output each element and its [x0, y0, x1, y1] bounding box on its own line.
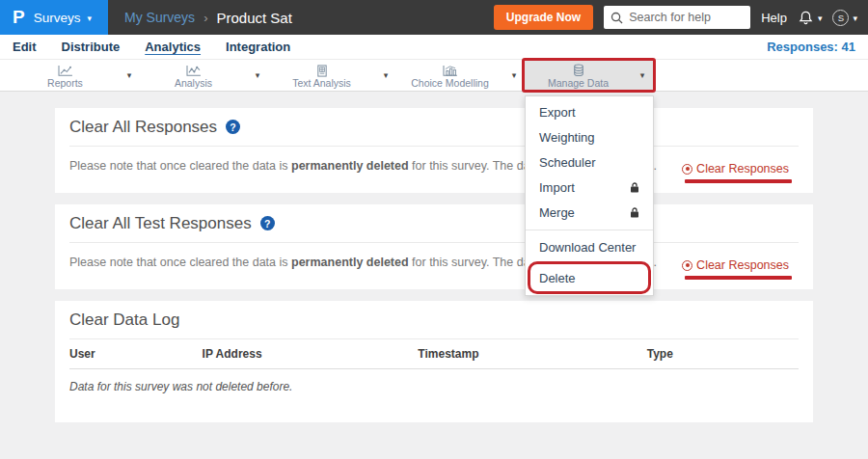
section-title: Clear All Test Responses [69, 214, 252, 233]
clear-target-icon [682, 260, 692, 271]
menu-item-label: Import [539, 180, 575, 195]
menu-item-label: Merge [539, 205, 575, 220]
database-icon [572, 64, 585, 77]
breadcrumb: My Surveys › Product Sat [124, 10, 292, 26]
survey-nav: Edit Distribute Analytics Integration Re… [0, 35, 868, 60]
tab-distribute[interactable]: Distribute [62, 40, 121, 54]
menu-item-label: Export [539, 105, 576, 120]
clear-all-test-responses-card: Clear All Test Responses ? Please note t… [55, 204, 813, 289]
account-menu[interactable]: S ▾ [832, 10, 857, 26]
main-content: Clear All Responses ? Please note that o… [0, 92, 868, 422]
section-title: Clear Data Log [69, 310, 179, 330]
bar-chart-icon [442, 65, 458, 77]
avatar: S [832, 10, 849, 26]
toolbar-label: Manage Data [548, 77, 609, 89]
toolbar-label: Reports [47, 77, 83, 89]
menu-item-label: Scheduler [539, 155, 596, 170]
upgrade-now-button[interactable]: Upgrade Now [494, 5, 593, 30]
clear-all-responses-card: Clear All Responses ? Please note that o… [55, 108, 813, 193]
manage-data-caret[interactable]: ▾ [632, 60, 653, 91]
tab-edit[interactable]: Edit [13, 40, 37, 54]
clear-responses-link[interactable]: Clear Responses [682, 162, 789, 176]
lock-icon [630, 182, 639, 193]
text-document-icon [315, 65, 329, 77]
toolbar-label: Analysis [175, 77, 212, 89]
menu-item-export[interactable]: Export [526, 99, 653, 124]
breadcrumb-current-survey: Product Sat [216, 10, 291, 26]
notifications-menu[interactable]: ▾ [798, 10, 823, 26]
data-log-table-header: User IP Address Timestamp Type [69, 339, 799, 369]
clear-target-icon [682, 164, 692, 175]
breadcrumb-my-surveys[interactable]: My Surveys [124, 10, 195, 25]
chevron-down-icon: ▾ [87, 14, 92, 23]
chevron-down-icon: ▾ [818, 14, 823, 23]
menu-item-label: Download Center [539, 240, 636, 255]
product-menu-label: Surveys [34, 11, 81, 25]
line-chart-icon [57, 65, 73, 77]
scatter-chart-icon [185, 65, 202, 77]
help-question-icon[interactable]: ? [226, 120, 240, 134]
lock-icon [630, 207, 639, 218]
toolbar-item-analysis: Analysis ▾ [140, 60, 268, 91]
data-log-empty-message: Data for this survey was not deleted bef… [69, 369, 799, 422]
column-type: Type [647, 347, 799, 361]
toolbar-label: Text Analysis [292, 77, 351, 89]
text-analysis-button[interactable]: Text Analysis [268, 60, 375, 91]
menu-item-label: Delete [539, 271, 576, 285]
clear-test-responses-underline-annotation [685, 276, 792, 280]
clear-responses-label: Clear Responses [696, 258, 789, 272]
help-search-box[interactable] [604, 6, 750, 29]
surveys-app-menu[interactable]: P Surveys ▾ [0, 0, 108, 35]
toolbar-item-manage-data: Manage Data ▾ [525, 60, 653, 91]
tab-analytics[interactable]: Analytics [145, 40, 201, 54]
toolbar-item-text-analysis: Text Analysis ▾ [268, 60, 396, 91]
menu-divider [526, 230, 653, 230]
menu-item-weighting[interactable]: Weighting [526, 124, 653, 149]
text-analysis-caret[interactable]: ▾ [375, 60, 396, 91]
tab-integration[interactable]: Integration [226, 40, 290, 54]
manage-data-button[interactable]: Manage Data [525, 60, 632, 91]
analysis-button[interactable]: Analysis [140, 60, 247, 91]
menu-item-label: Weighting [539, 130, 595, 145]
clear-test-responses-link[interactable]: Clear Responses [682, 258, 789, 272]
reports-caret[interactable]: ▾ [119, 60, 140, 91]
column-ip-address: IP Address [203, 347, 419, 361]
menu-item-scheduler[interactable]: Scheduler [526, 149, 653, 175]
search-icon [610, 12, 623, 24]
menu-item-download-center[interactable]: Download Center [526, 234, 653, 259]
responses-count: Responses: 41 [767, 40, 855, 54]
bell-icon [798, 10, 814, 26]
column-timestamp: Timestamp [418, 347, 646, 361]
menu-item-delete[interactable]: Delete [526, 265, 653, 290]
menu-item-merge[interactable]: Merge [526, 200, 653, 225]
clear-data-log-card: Clear Data Log User IP Address Timestamp… [55, 301, 813, 422]
questionpro-logo-icon: P [13, 7, 25, 28]
column-user: User [69, 347, 203, 361]
help-link[interactable]: Help [761, 11, 787, 25]
help-question-icon[interactable]: ? [260, 216, 275, 230]
section-title: Clear All Responses [69, 118, 217, 137]
analytics-toolbar: Reports ▾ Analysis ▾ Text Analysis ▾ Cho… [0, 60, 868, 92]
chevron-down-icon: ▾ [853, 14, 857, 23]
choice-modelling-button[interactable]: Choice Modelling [396, 60, 503, 91]
clear-responses-label: Clear Responses [696, 162, 789, 176]
choice-modelling-caret[interactable]: ▾ [503, 60, 525, 91]
toolbar-label: Choice Modelling [411, 77, 489, 89]
menu-item-import[interactable]: Import [526, 175, 653, 200]
search-input[interactable] [629, 11, 744, 24]
topbar: P Surveys ▾ My Surveys › Product Sat Upg… [0, 0, 868, 35]
breadcrumb-separator-icon: › [203, 11, 207, 25]
reports-button[interactable]: Reports [12, 60, 119, 91]
clear-responses-underline-annotation [685, 179, 792, 183]
manage-data-dropdown: Export Weighting Scheduler Import Merge … [525, 95, 654, 296]
toolbar-item-choice-modelling: Choice Modelling ▾ [396, 60, 525, 91]
analysis-caret[interactable]: ▾ [247, 60, 268, 91]
toolbar-item-reports: Reports ▾ [12, 60, 140, 91]
